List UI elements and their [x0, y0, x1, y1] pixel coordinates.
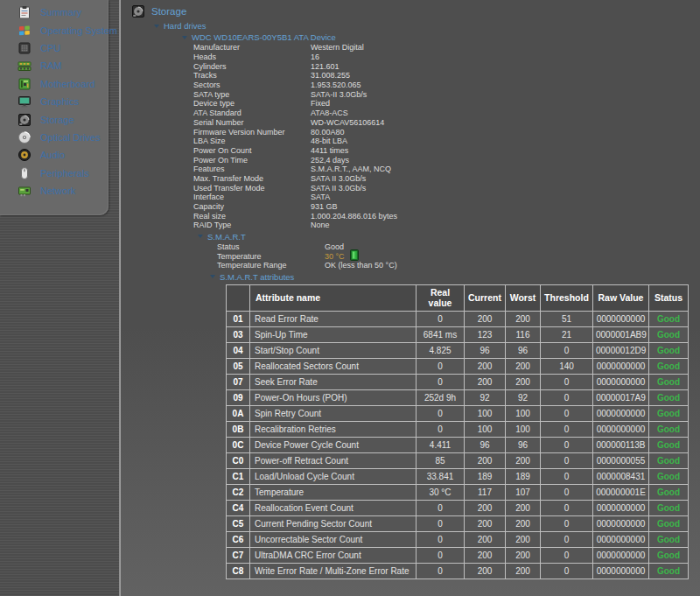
attribute-threshold: 0: [541, 389, 593, 405]
attribute-real-value: 0: [416, 374, 465, 389]
sidebar-item-network[interactable]: Network: [0, 182, 108, 200]
smart-attribute-row: C7 UltraDMA CRC Error Count 0 200 200 0 …: [227, 547, 689, 563]
smart-attribute-row: 0C Device Power Cycle Count 4.411 96 96 …: [227, 437, 689, 452]
tree-node-device-label[interactable]: WDC WD10EARS-00Y5B1 ATA Device: [192, 32, 336, 42]
property-value: 16: [311, 53, 319, 61]
peripherals-icon: [18, 166, 32, 180]
property-label: Sectors: [193, 81, 311, 89]
collapse-arrow-icon[interactable]: [182, 36, 187, 39]
attribute-worst: 116: [506, 326, 541, 342]
optical-drives-icon: [18, 130, 32, 144]
sidebar: Summary Operating System CPU RAM Motherb…: [0, 0, 108, 215]
tree-node-smart[interactable]: S.M.A.R.T: [198, 231, 700, 242]
tree-node-smart-attributes-label[interactable]: S.M.A.R.T attributes: [220, 272, 294, 282]
property-label: SATA type: [193, 90, 311, 99]
attribute-raw-value: 000000001E: [593, 484, 649, 500]
attribute-threshold: 51: [541, 311, 593, 326]
attribute-current: 200: [465, 515, 506, 531]
attribute-worst: 200: [506, 563, 541, 578]
property-value: 1.000.204.886.016 bytes: [311, 212, 397, 221]
smart-attribute-row: 03 Spin-Up Time 6841 ms 123 116 21 00000…: [227, 326, 689, 342]
attribute-current: 123: [465, 326, 506, 342]
property-row: Power On Time 252,4 days: [193, 155, 700, 165]
attribute-status: Good: [649, 389, 689, 405]
sidebar-item-graphics[interactable]: Graphics: [0, 93, 108, 110]
smart-attribute-row: 0B Recalibration Retries 0 100 100 0 000…: [227, 421, 689, 437]
property-row: Capacity 931 GB: [193, 202, 700, 212]
attribute-status: Good: [649, 547, 689, 563]
attribute-raw-value: 0000000000: [593, 500, 649, 515]
tree-node-hard-drives-label[interactable]: Hard drives: [164, 21, 206, 31]
section-title[interactable]: Storage: [151, 6, 186, 17]
attribute-real-value: 30 °C: [416, 484, 465, 500]
property-row: Used Transfer Mode SATA II 3.0Gb/s: [193, 183, 700, 193]
attribute-worst: 96: [506, 437, 541, 452]
collapse-arrow-icon[interactable]: [154, 25, 159, 28]
property-value: 31.008.255: [311, 71, 350, 80]
attribute-name: Read Error Rate: [250, 311, 416, 326]
attribute-worst: 189: [506, 468, 541, 484]
property-label: Interface: [193, 193, 311, 201]
smart-attribute-row: C5 Current Pending Sector Count 0 200 20…: [227, 515, 689, 531]
property-label: Power On Count: [193, 146, 311, 155]
sidebar-item-audio[interactable]: Audio: [0, 146, 108, 164]
sidebar-item-operating-system[interactable]: Operating System: [0, 21, 108, 39]
attribute-raw-value: 00000017A9: [593, 389, 649, 405]
attribute-threshold: 0: [541, 452, 593, 468]
attribute-name: Current Pending Sector Count: [250, 515, 416, 531]
attribute-status: Good: [649, 531, 689, 547]
summary-icon: [18, 5, 32, 19]
sidebar-item-summary[interactable]: Summary: [0, 4, 108, 21]
attribute-current: 200: [465, 374, 506, 389]
property-label: Features: [193, 165, 311, 173]
sidebar-item-label: Peripherals: [40, 168, 89, 179]
property-label: Status: [217, 242, 325, 251]
attribute-name: Spin-Up Time: [250, 326, 416, 342]
attribute-worst: 200: [506, 531, 541, 547]
attribute-worst: 96: [506, 342, 541, 358]
attribute-real-value: 4.411: [416, 437, 465, 452]
sidebar-item-optical-drives[interactable]: Optical Drives: [0, 129, 108, 146]
attribute-threshold: 0: [541, 468, 593, 484]
sidebar-item-peripherals[interactable]: Peripherals: [0, 165, 108, 182]
collapse-arrow-icon[interactable]: [198, 235, 203, 238]
attribute-current: 92: [465, 389, 506, 405]
attribute-real-value: 0: [416, 421, 465, 437]
storage-icon: [18, 113, 32, 127]
attribute-threshold: 21: [541, 326, 593, 342]
tree-node-hard-drives[interactable]: Hard drives: [154, 20, 700, 32]
property-row: Cylinders 121.601: [193, 61, 700, 71]
sidebar-item-label: Graphics: [40, 96, 79, 107]
attribute-id: C0: [227, 452, 250, 468]
column-header-threshold: Threshold: [541, 284, 593, 311]
property-value: 4411 times: [311, 146, 348, 155]
property-value: 48-bit LBA: [311, 137, 347, 145]
motherboard-icon: [18, 77, 32, 91]
property-row: SATA type SATA-II 3.0Gb/s: [193, 89, 700, 99]
property-label: ATA Standard: [193, 109, 311, 117]
sidebar-item-label: Summary: [40, 7, 81, 18]
property-row: Sectors 1.953.520.065: [193, 81, 700, 90]
sidebar-item-storage[interactable]: Storage: [0, 110, 108, 128]
tree-node-device[interactable]: WDC WD10EARS-00Y5B1 ATA Device: [182, 32, 700, 43]
property-label: Manufacturer: [193, 43, 311, 52]
attribute-raw-value: 0000000000: [593, 421, 649, 437]
attribute-real-value: 252d 9h: [416, 389, 465, 405]
attribute-current: 200: [465, 547, 506, 563]
collapse-arrow-icon[interactable]: [210, 275, 215, 278]
tree-node-smart-label[interactable]: S.M.A.R.T: [207, 232, 246, 242]
property-row: Max. Transfer Mode SATA II 3.0Gb/s: [193, 174, 700, 184]
left-pane: Summary Operating System CPU RAM Motherb…: [0, 0, 119, 596]
sidebar-item-motherboard[interactable]: Motherboard: [0, 75, 108, 93]
sidebar-item-label: Storage: [40, 115, 74, 125]
attribute-threshold: 0: [541, 484, 593, 500]
property-value: S.M.A.R.T., AAM, NCQ: [311, 165, 391, 173]
property-row: Serial Number WD-WCAV56106614: [193, 118, 700, 128]
tree-node-smart-attributes[interactable]: S.M.A.R.T attributes: [210, 271, 700, 283]
attribute-status: Good: [649, 437, 689, 452]
property-row: Manufacturer Western Digital: [193, 43, 700, 53]
sidebar-item-ram[interactable]: RAM: [0, 57, 108, 74]
sidebar-item-cpu[interactable]: CPU: [0, 39, 108, 57]
property-value: None: [311, 221, 330, 229]
property-value: 80.00A80: [311, 128, 345, 137]
